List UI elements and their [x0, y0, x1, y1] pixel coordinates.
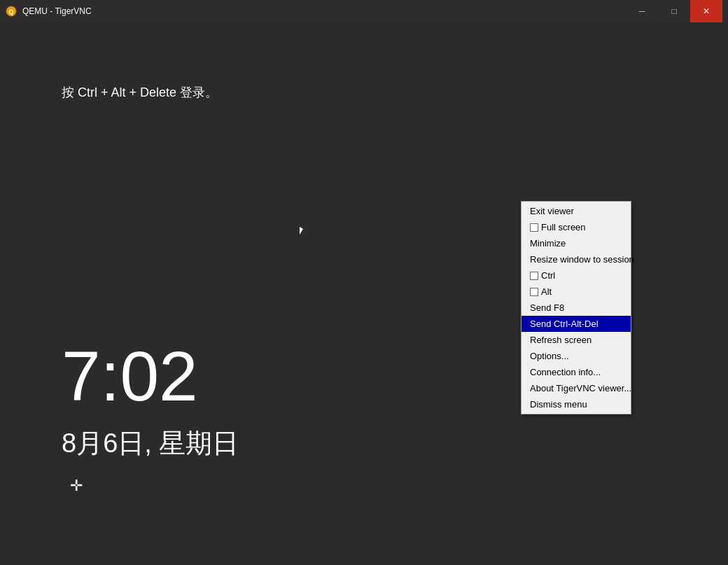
checkbox-alt — [530, 288, 538, 296]
close-button[interactable]: ✕ — [690, 0, 722, 22]
menu-item-send-ctrl-alt-del[interactable]: Send Ctrl-Alt-Del — [522, 316, 631, 332]
titlebar-buttons: ─ □ ✕ — [626, 0, 722, 22]
menu-label-ctrl: Ctrl — [541, 270, 555, 281]
menu-item-exit-viewer[interactable]: Exit viewer — [522, 203, 631, 219]
menu-item-options[interactable]: Options... — [522, 348, 631, 364]
menu-item-full-screen[interactable]: Full screen — [522, 219, 631, 235]
menu-item-resize-window[interactable]: Resize window to session — [522, 251, 631, 267]
context-menu: Exit viewerFull screenMinimizeResize win… — [521, 201, 631, 414]
network-icon: ✛ — [70, 477, 83, 495]
menu-item-connection-info[interactable]: Connection info... — [522, 364, 631, 380]
titlebar-left: Q QEMU - TigerVNC — [6, 6, 92, 17]
window-title: QEMU - TigerVNC — [22, 6, 92, 16]
date-display: 8月6日, 星期日 — [62, 426, 239, 461]
menu-item-send-f8[interactable]: Send F8 — [522, 300, 631, 316]
menu-item-alt[interactable]: Alt — [522, 284, 631, 300]
menu-item-minimize[interactable]: Minimize — [522, 235, 631, 251]
menu-item-ctrl[interactable]: Ctrl — [522, 267, 631, 284]
menu-item-dismiss-menu[interactable]: Dismiss menu — [522, 396, 631, 412]
checkbox-ctrl — [530, 272, 538, 280]
checkbox-full-screen — [530, 223, 538, 232]
menu-item-about[interactable]: About TigerVNC viewer... — [522, 380, 631, 396]
menu-label-full-screen: Full screen — [541, 222, 586, 232]
menu-label-alt: Alt — [541, 286, 552, 297]
titlebar: Q QEMU - TigerVNC ─ □ ✕ — [0, 0, 728, 22]
main-content: 按 Ctrl + Alt + Delete 登录。 7:02 8月6日, 星期日… — [0, 22, 728, 565]
minimize-button[interactable]: ─ — [626, 0, 658, 22]
time-display: 7:02 — [62, 341, 198, 411]
menu-item-refresh-screen[interactable]: Refresh screen — [522, 332, 631, 348]
qemu-icon: Q — [6, 6, 17, 17]
maximize-button[interactable]: □ — [658, 0, 690, 22]
svg-text:Q: Q — [8, 8, 13, 15]
login-hint: 按 Ctrl + Alt + Delete 登录。 — [62, 84, 218, 101]
